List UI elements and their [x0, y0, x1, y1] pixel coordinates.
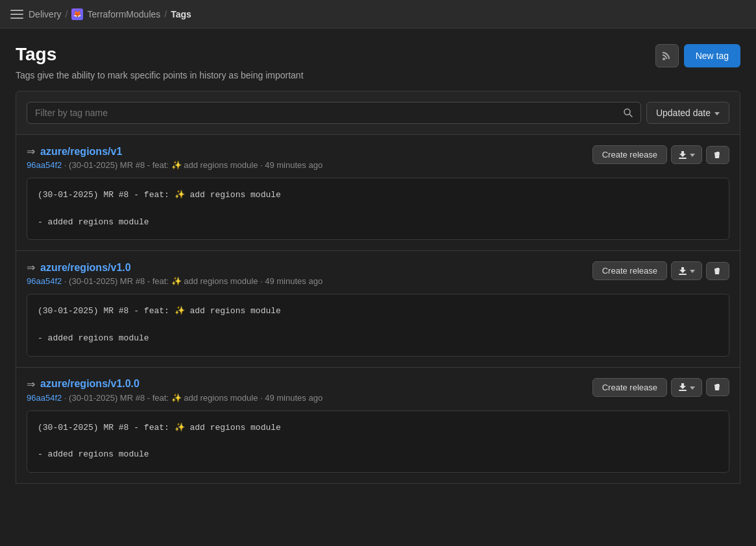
svg-rect-9: [679, 390, 687, 391]
breadcrumb-current: Tags: [171, 9, 191, 19]
rss-button[interactable]: [655, 44, 679, 67]
download-icon: [678, 383, 687, 392]
create-release-button[interactable]: Create release: [592, 261, 667, 280]
commit-message-box: (30-01-2025) MR #8 - feat: ✨ add regions…: [27, 178, 729, 240]
commit-line-2: - added regions module: [38, 216, 718, 230]
tags-list: ⇒ azure/regions/v1 96aa54f2 · (30-01-202…: [16, 135, 740, 484]
tag-item: ⇒ azure/regions/v1.0 96aa54f2 · (30-01-2…: [16, 251, 740, 367]
download-button[interactable]: [671, 261, 702, 280]
create-release-button[interactable]: Create release: [592, 145, 667, 164]
svg-rect-4: [716, 154, 717, 157]
sort-button[interactable]: Updated date: [646, 102, 729, 124]
commit-line-1: (30-01-2025) MR #8 - feat: ✨ add regions…: [38, 189, 718, 202]
tag-header: ⇒ azure/regions/v1 96aa54f2 · (30-01-202…: [27, 145, 729, 170]
tag-commit-hash[interactable]: 96aa54f2: [27, 160, 62, 170]
tag-commit-hash[interactable]: 96aa54f2: [27, 276, 62, 286]
chevron-down-icon: [714, 108, 720, 118]
tag-item: ⇒ azure/regions/v1.0.0 96aa54f2 · (30-01…: [16, 368, 740, 483]
sidebar-toggle[interactable]: [10, 10, 23, 19]
tag-actions: Create release: [592, 145, 729, 164]
delete-icon: [713, 383, 722, 392]
tag-link-icon: ⇒: [27, 145, 35, 158]
page-header: Tags Tags give the ability to mark speci…: [16, 44, 740, 80]
delete-icon: [713, 267, 722, 276]
svg-rect-10: [716, 386, 717, 389]
tag-name-row: ⇒ azure/regions/v1.0: [27, 261, 323, 274]
tag-item: ⇒ azure/regions/v1 96aa54f2 · (30-01-202…: [16, 135, 740, 251]
commit-line-2: - added regions module: [38, 448, 718, 462]
svg-rect-11: [718, 386, 719, 389]
delete-icon: [713, 150, 722, 160]
download-chevron-icon: [690, 150, 695, 160]
download-icon: [678, 150, 687, 160]
tag-info: ⇒ azure/regions/v1.0 96aa54f2 · (30-01-2…: [27, 261, 323, 286]
tag-name-link[interactable]: azure/regions/v1.0.0: [40, 378, 140, 390]
tag-header: ⇒ azure/regions/v1.0.0 96aa54f2 · (30-01…: [27, 378, 729, 403]
commit-message-box: (30-01-2025) MR #8 - feat: ✨ add regions…: [27, 410, 729, 473]
svg-rect-5: [718, 154, 719, 157]
filter-input[interactable]: [27, 102, 641, 124]
breadcrumb-sep-2: /: [164, 9, 167, 19]
svg-point-1: [624, 109, 630, 115]
download-chevron-icon: [690, 383, 695, 392]
navbar: Delivery / 🦊 TerraformModules / Tags: [0, 0, 756, 29]
svg-rect-6: [679, 274, 687, 275]
tag-link-icon: ⇒: [27, 378, 35, 390]
svg-rect-7: [716, 270, 717, 273]
delete-button[interactable]: [706, 378, 729, 396]
tag-commit-hash[interactable]: 96aa54f2: [27, 393, 62, 403]
breadcrumb-delivery[interactable]: Delivery: [29, 9, 62, 19]
header-actions: New tag: [655, 44, 740, 67]
tag-name-row: ⇒ azure/regions/v1.0.0: [27, 378, 323, 390]
search-button[interactable]: [620, 105, 636, 121]
tag-header: ⇒ azure/regions/v1.0 96aa54f2 · (30-01-2…: [27, 261, 729, 286]
commit-line-2: - added regions module: [38, 332, 718, 346]
download-button[interactable]: [671, 378, 702, 397]
page-subtitle: Tags give the ability to mark specific p…: [16, 70, 304, 80]
page-title-area: Tags Tags give the ability to mark speci…: [16, 44, 304, 80]
tag-info: ⇒ azure/regions/v1.0.0 96aa54f2 · (30-01…: [27, 378, 323, 403]
svg-line-2: [629, 115, 632, 117]
breadcrumb-sep-1: /: [66, 9, 68, 19]
delete-button[interactable]: [706, 262, 729, 280]
tag-meta: 96aa54f2 · (30-01-2025) MR #8 - feat: ✨ …: [27, 393, 323, 403]
new-tag-button[interactable]: New tag: [684, 44, 740, 67]
commit-line-1: (30-01-2025) MR #8 - feat: ✨ add regions…: [38, 421, 718, 435]
tag-actions: Create release: [592, 261, 729, 280]
breadcrumb-repo[interactable]: TerraformModules: [87, 9, 160, 19]
tag-info: ⇒ azure/regions/v1 96aa54f2 · (30-01-202…: [27, 145, 323, 170]
create-release-button[interactable]: Create release: [592, 378, 667, 397]
filter-row: Updated date: [16, 91, 740, 135]
svg-rect-8: [718, 270, 719, 273]
rss-icon: [662, 51, 672, 61]
page-title: Tags: [16, 44, 304, 65]
delete-button[interactable]: [706, 146, 729, 164]
svg-point-0: [663, 58, 665, 60]
tag-meta: 96aa54f2 · (30-01-2025) MR #8 - feat: ✨ …: [27, 276, 323, 286]
main-content: Tags Tags give the ability to mark speci…: [0, 29, 756, 499]
tag-name-row: ⇒ azure/regions/v1: [27, 145, 323, 158]
commit-message-box: (30-01-2025) MR #8 - feat: ✨ add regions…: [27, 294, 729, 356]
tag-meta: 96aa54f2 · (30-01-2025) MR #8 - feat: ✨ …: [27, 160, 323, 170]
download-chevron-icon: [690, 266, 695, 276]
tag-link-icon: ⇒: [27, 261, 35, 274]
tag-name-link[interactable]: azure/regions/v1.0: [40, 262, 131, 274]
svg-rect-3: [679, 158, 687, 159]
search-icon: [623, 108, 633, 118]
sort-label: Updated date: [656, 108, 711, 118]
repo-icon: 🦊: [71, 8, 83, 20]
tag-name-link[interactable]: azure/regions/v1: [40, 146, 122, 158]
filter-input-wrap: [27, 102, 641, 124]
download-icon: [678, 267, 687, 276]
commit-line-1: (30-01-2025) MR #8 - feat: ✨ add regions…: [38, 305, 718, 318]
breadcrumb: Delivery / 🦊 TerraformModules / Tags: [29, 8, 191, 20]
download-button[interactable]: [671, 145, 702, 164]
tag-actions: Create release: [592, 378, 729, 397]
